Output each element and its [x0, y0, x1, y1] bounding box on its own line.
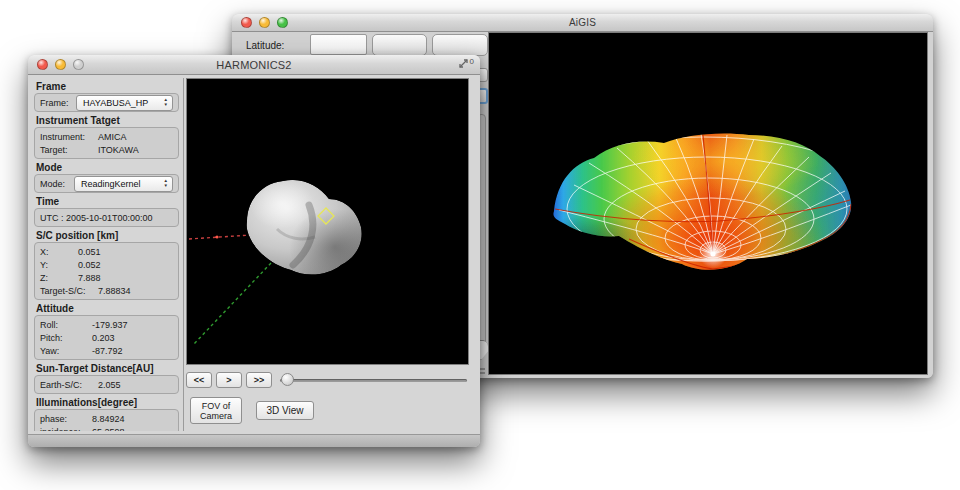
aigis-toolbar-button-2[interactable] [432, 34, 488, 56]
close-button[interactable] [37, 59, 48, 70]
latitude-label: Latitude: [246, 40, 284, 51]
attitude-header: Attitude [36, 303, 177, 314]
sc-position-box: X: 0.051 Y: 0.052 Z: 7.888 Target-S/C: 7… [34, 242, 179, 300]
earth-sc-label: Earth-S/C: [40, 380, 98, 390]
frame-select-value: HAYABUSA_HP [83, 98, 148, 108]
x-label: X: [40, 247, 78, 257]
view-action-buttons: FOV of Camera 3D View [190, 397, 314, 424]
z-label: Z: [40, 273, 78, 283]
target-label: Target: [40, 145, 98, 155]
utc-time-value: UTC : 2005-10-01T00:00:00 [40, 211, 173, 224]
mode-section-header: Mode [36, 162, 177, 173]
attitude-box: Roll: -179.937 Pitch: 0.203 Yaw: -87.792 [34, 315, 179, 360]
zoom-button[interactable] [277, 17, 288, 28]
time-section-header: Time [36, 196, 177, 207]
earth-sc-value: 2.055 [98, 380, 121, 390]
instrument-section-header: Instrument Tatget [36, 115, 177, 126]
harmonics-window-title: HARMONICS2 [28, 59, 480, 71]
frame-select[interactable]: HAYABUSA_HP ▲▼ [76, 95, 173, 111]
target-value: ITOKAWA [98, 145, 139, 155]
instrument-value: AMICA [98, 132, 127, 142]
time-box: UTC : 2005-10-01T00:00:00 [34, 208, 179, 227]
time-slider[interactable] [280, 372, 469, 388]
titlebar-badge: 0 [470, 58, 474, 66]
step-back-button[interactable]: << [186, 372, 212, 388]
sc-position-header: S/C position [km] [36, 230, 177, 241]
harmonics-titlebar[interactable]: HARMONICS2 0 [28, 55, 480, 75]
aigis-traffic-lights [232, 17, 288, 28]
fast-forward-button[interactable]: >> [246, 372, 272, 388]
harmonics-window: HARMONICS2 0 Frame Frame: HAYABUSA_HP ▲▼ [28, 55, 480, 447]
pitch-value: 0.203 [92, 333, 115, 343]
phase-value: 8.84924 [92, 414, 125, 424]
3d-view-button[interactable]: 3D View [256, 401, 314, 420]
zoom-button-disabled[interactable] [73, 59, 84, 70]
incidence-value: 65.2598 [92, 427, 125, 432]
time-transport-controls: << > >> [186, 371, 469, 389]
incidence-label: incidence: [40, 427, 92, 432]
roll-value: -179.937 [92, 320, 128, 330]
aigis-titlebar[interactable]: AiGIS [232, 14, 933, 32]
close-button[interactable] [241, 17, 252, 28]
stepper-icon: ▲▼ [162, 179, 170, 188]
step-button[interactable]: > [216, 372, 242, 388]
stepper-icon: ▲▼ [162, 98, 170, 107]
frame-section-header: Frame [36, 81, 177, 92]
target-sc-value: 7.88834 [98, 286, 131, 296]
z-value: 7.888 [78, 273, 101, 283]
y-value: 0.052 [78, 260, 101, 270]
control-panel: Frame Frame: HAYABUSA_HP ▲▼ Instrument T… [32, 78, 184, 431]
minimize-button[interactable] [259, 17, 270, 28]
aigis-window-title: AiGIS [232, 17, 933, 28]
yaw-value: -87.792 [92, 346, 123, 356]
phase-label: phase: [40, 414, 92, 424]
roll-label: Roll: [40, 320, 92, 330]
camera-3d-viewport[interactable] [186, 78, 469, 365]
aigis-3d-viewport[interactable] [488, 32, 928, 375]
x-value: 0.051 [78, 247, 101, 257]
yaw-label: Yaw: [40, 346, 92, 356]
mode-label: Mode: [40, 179, 74, 189]
mode-select[interactable]: ReadingKernel ▲▼ [74, 176, 173, 192]
illuminations-header: Illuminations[degree] [36, 397, 177, 408]
pitch-label: Pitch: [40, 333, 92, 343]
itokawa-color-mesh-model [489, 33, 927, 374]
mode-select-value: ReadingKernel [81, 179, 141, 189]
itokawa-gray-model [187, 79, 468, 364]
instrument-box: Instrument: AMICA Target: ITOKAWA [34, 127, 179, 159]
time-slider-knob[interactable] [281, 373, 294, 386]
sun-target-header: Sun-Target Distance[AU] [36, 363, 177, 374]
desktop: { "aigis": { "title": "AiGIS", "toolbar"… [0, 0, 960, 490]
time-slider-track[interactable] [280, 379, 467, 382]
y-label: Y: [40, 260, 78, 270]
mode-box: Mode: ReadingKernel ▲▼ [34, 174, 179, 193]
harmonics-traffic-lights [28, 59, 84, 70]
latitude-input[interactable] [310, 34, 367, 55]
sun-target-box: Earth-S/C: 2.055 [34, 375, 179, 394]
instrument-label: Instrument: [40, 132, 98, 142]
aigis-toolbar-button-1[interactable] [372, 34, 427, 56]
illuminations-box: phase: 8.84924 incidence: 65.2598 emissi… [34, 409, 179, 431]
target-sc-label: Target-S/C: [40, 286, 98, 296]
minimize-button[interactable] [55, 59, 66, 70]
expand-diagonal-icon[interactable] [458, 58, 469, 69]
frame-box: Frame: HAYABUSA_HP ▲▼ [34, 93, 179, 112]
frame-label: Frame: [40, 98, 76, 108]
window-bottom-bar [28, 434, 480, 447]
fov-of-camera-button[interactable]: FOV of Camera [190, 397, 242, 424]
harmonics-content: Frame Frame: HAYABUSA_HP ▲▼ Instrument T… [28, 75, 480, 447]
